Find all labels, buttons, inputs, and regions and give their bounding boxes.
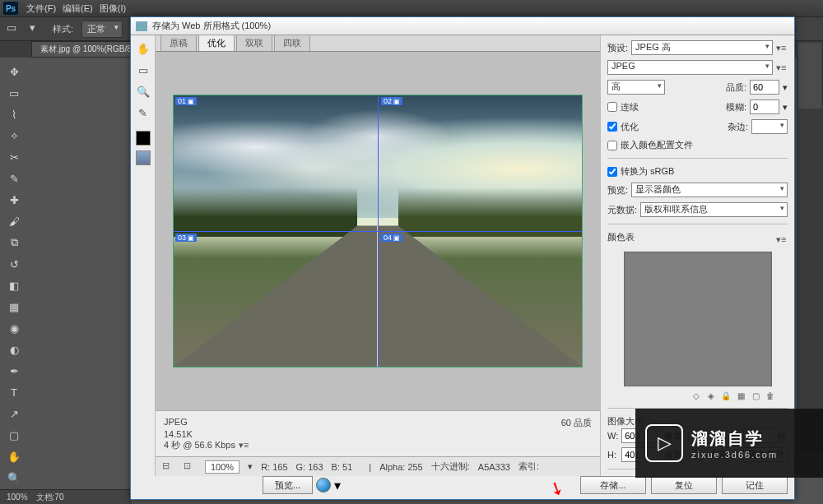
convert-srgb-checkbox[interactable] <box>607 167 617 177</box>
zoom-icon[interactable]: 🔍 <box>135 83 151 99</box>
readout-b: B: 51 <box>332 462 353 472</box>
tab-original[interactable]: 原稿 <box>160 35 197 51</box>
dropdown-icon[interactable]: ▾ <box>30 21 44 36</box>
lasso-tool-icon[interactable]: ⌇ <box>5 105 23 123</box>
doc-info: 文档:70 <box>36 492 64 503</box>
zoom-level[interactable]: 100% <box>7 492 28 502</box>
preset-flyout-icon[interactable]: ▾≡ <box>776 43 788 53</box>
preview-image[interactable]: 01 02 03 04 <box>173 95 583 368</box>
readout-r: R: 165 <box>261 462 287 472</box>
pen-tool-icon[interactable]: ✒ <box>5 362 23 380</box>
slice-select-icon[interactable]: ▭ <box>135 62 151 78</box>
crop-tool-icon[interactable]: ✂ <box>5 148 23 166</box>
h-label: H: <box>607 450 618 460</box>
optimized-checkbox[interactable] <box>607 122 617 132</box>
gradient-tool-icon[interactable]: ▦ <box>5 298 23 316</box>
preview-button[interactable]: 预览... <box>263 476 313 494</box>
slice-label-03[interactable]: 03 <box>175 234 197 242</box>
slice-label-01[interactable]: 01 <box>175 97 197 105</box>
shape-tool-icon[interactable]: ▢ <box>5 426 23 444</box>
marquee-tool-icon[interactable]: ▭ <box>5 84 23 102</box>
hand-icon[interactable]: ✋ <box>135 40 151 57</box>
eyedropper-tool-icon[interactable]: ✎ <box>5 169 23 187</box>
quality-input[interactable] <box>750 80 779 95</box>
preview-info: JPEG 60 品质 14.51K 4 秒 @ 56.6 Kbps ▾≡ <box>156 410 600 456</box>
progressive-checkbox[interactable] <box>607 102 617 112</box>
tab-two-up[interactable]: 双联 <box>236 35 272 51</box>
convert-srgb-label: 转换为 sRGB <box>621 165 674 178</box>
path-tool-icon[interactable]: ↗ <box>5 405 23 423</box>
ct-lock-icon[interactable]: 🔒 <box>720 390 732 401</box>
preview-area[interactable]: 01 02 03 04 <box>156 52 600 410</box>
brush-tool-icon[interactable]: 🖌 <box>5 212 23 230</box>
menu-file[interactable]: 文件(F) <box>26 2 56 15</box>
color-table[interactable] <box>624 252 772 386</box>
eyedropper-icon[interactable]: ✎ <box>135 104 151 121</box>
watermark-url: zixue.3d66.com <box>691 450 778 460</box>
ct-trash-icon[interactable]: 🗑 <box>765 390 776 401</box>
tab-optimized[interactable]: 优化 <box>198 35 235 51</box>
watermark-play-icon: ▷ <box>645 424 683 462</box>
embed-profile-checkbox[interactable] <box>607 141 617 150</box>
slice-label-04[interactable]: 04 <box>381 234 402 242</box>
slice-visibility-icon[interactable] <box>136 150 151 165</box>
history-brush-icon[interactable]: ↺ <box>5 255 23 273</box>
quality-preset-dropdown[interactable]: 高 <box>607 80 665 95</box>
browser-preview-icon[interactable] <box>316 478 331 492</box>
stamp-tool-icon[interactable]: ⧉ <box>5 234 23 252</box>
panel-strip[interactable] <box>798 43 821 109</box>
ct-new-icon[interactable]: ▢ <box>750 390 761 401</box>
info-size: 14.51K <box>164 429 592 439</box>
info-quality: 60 品质 <box>561 417 592 429</box>
readout-alpha: Alpha: 255 <box>379 462 423 472</box>
watermark: ▷ 溜溜自学 zixue.3d66.com <box>635 409 823 478</box>
blur-input[interactable] <box>750 99 779 114</box>
done-button[interactable]: 记住 <box>722 476 788 494</box>
save-button[interactable]: 存储... <box>580 476 646 494</box>
chevron-down-icon[interactable]: ▾ <box>334 478 341 493</box>
slice-small-icon[interactable]: ⊡ <box>184 460 197 474</box>
hand-small-icon[interactable]: ⊟ <box>162 460 175 474</box>
watermark-brand: 溜溜自学 <box>691 428 778 450</box>
marquee-icon[interactable]: ▭ <box>7 21 21 36</box>
style-dropdown[interactable]: 正常 <box>81 21 123 38</box>
blur-tool-icon[interactable]: ◉ <box>5 319 23 337</box>
hand-tool-icon[interactable]: ✋ <box>5 447 23 465</box>
slice-label-02[interactable]: 02 <box>381 97 402 105</box>
preset-dropdown[interactable]: JPEG 高 <box>631 40 773 55</box>
eyedropper-color[interactable] <box>136 131 151 146</box>
readout-g: G: 163 <box>296 462 323 472</box>
zoom-tool-icon[interactable]: 🔍 <box>5 469 23 487</box>
metadata-dropdown[interactable]: 版权和联系信息 <box>640 202 788 217</box>
type-tool-icon[interactable]: T <box>5 383 23 401</box>
menu-image[interactable]: 图像(I) <box>100 2 126 15</box>
dodge-tool-icon[interactable]: ◐ <box>5 340 23 358</box>
eraser-tool-icon[interactable]: ◧ <box>5 276 23 294</box>
cancel-button[interactable]: 复位 <box>651 476 717 494</box>
move-tool-icon[interactable]: ✥ <box>5 62 23 81</box>
format-dropdown[interactable]: JPEG <box>607 60 773 75</box>
ct-map-icon[interactable]: ▦ <box>735 390 746 401</box>
matte-dropdown[interactable] <box>751 119 788 134</box>
trees-right <box>398 187 582 236</box>
heal-tool-icon[interactable]: ✚ <box>5 191 23 209</box>
colortable-flyout-icon[interactable]: ▾≡ <box>776 234 788 244</box>
metadata-label: 元数据: <box>607 204 637 216</box>
slice-divider-horizontal[interactable] <box>174 231 582 232</box>
dialog-title: 存储为 Web 所用格式 (100%) <box>152 20 271 32</box>
ct-shift-icon[interactable]: ◈ <box>705 390 717 401</box>
right-panels <box>797 41 823 452</box>
zoom-input[interactable]: 100% <box>205 460 239 474</box>
dialog-titlebar[interactable]: 存储为 Web 所用格式 (100%) <box>131 17 794 35</box>
color-table-icons: ◇ ◈ 🔒 ▦ ▢ 🗑 <box>607 390 788 401</box>
optimized-label: 优化 <box>621 121 639 133</box>
wand-tool-icon[interactable]: ✧ <box>5 127 23 145</box>
menu-edit[interactable]: 编辑(E) <box>63 2 93 15</box>
ct-diamond-icon[interactable]: ◇ <box>690 390 702 401</box>
flyout-menu-icon[interactable]: ▾≡ <box>239 440 250 450</box>
preview-dropdown[interactable]: 显示器颜色 <box>631 183 788 197</box>
status-bar: 100% 文档:70 <box>0 489 132 504</box>
format-flyout-icon[interactable]: ▾≡ <box>776 62 788 72</box>
tab-four-up[interactable]: 四联 <box>274 35 310 51</box>
doc-tab[interactable]: 素材.jpg @ 100%(RGB/8# <box>31 41 145 58</box>
